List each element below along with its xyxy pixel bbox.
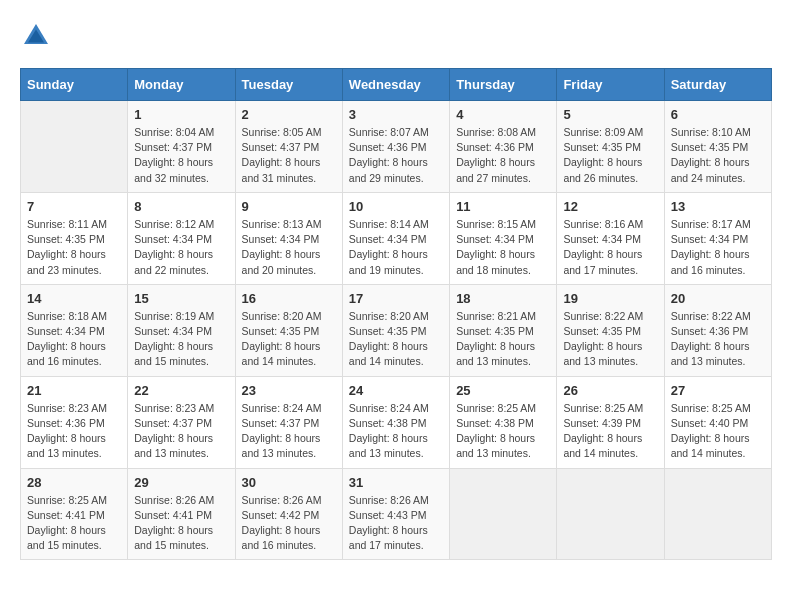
- calendar: SundayMondayTuesdayWednesdayThursdayFrid…: [20, 68, 772, 560]
- calendar-cell: 22Sunrise: 8:23 AMSunset: 4:37 PMDayligh…: [128, 376, 235, 468]
- day-info: Sunrise: 8:15 AMSunset: 4:34 PMDaylight:…: [456, 217, 550, 278]
- day-info: Sunrise: 8:04 AMSunset: 4:37 PMDaylight:…: [134, 125, 228, 186]
- weekday-header: Friday: [557, 69, 664, 101]
- day-number: 10: [349, 199, 443, 214]
- day-info: Sunrise: 8:26 AMSunset: 4:42 PMDaylight:…: [242, 493, 336, 554]
- day-info: Sunrise: 8:26 AMSunset: 4:43 PMDaylight:…: [349, 493, 443, 554]
- day-number: 30: [242, 475, 336, 490]
- calendar-cell: 26Sunrise: 8:25 AMSunset: 4:39 PMDayligh…: [557, 376, 664, 468]
- day-info: Sunrise: 8:22 AMSunset: 4:35 PMDaylight:…: [563, 309, 657, 370]
- calendar-cell: 29Sunrise: 8:26 AMSunset: 4:41 PMDayligh…: [128, 468, 235, 560]
- day-info: Sunrise: 8:23 AMSunset: 4:37 PMDaylight:…: [134, 401, 228, 462]
- day-number: 17: [349, 291, 443, 306]
- day-info: Sunrise: 8:11 AMSunset: 4:35 PMDaylight:…: [27, 217, 121, 278]
- day-info: Sunrise: 8:10 AMSunset: 4:35 PMDaylight:…: [671, 125, 765, 186]
- calendar-cell: 16Sunrise: 8:20 AMSunset: 4:35 PMDayligh…: [235, 284, 342, 376]
- calendar-week-row: 28Sunrise: 8:25 AMSunset: 4:41 PMDayligh…: [21, 468, 772, 560]
- calendar-cell: 5Sunrise: 8:09 AMSunset: 4:35 PMDaylight…: [557, 101, 664, 193]
- calendar-cell: 8Sunrise: 8:12 AMSunset: 4:34 PMDaylight…: [128, 192, 235, 284]
- logo: [20, 20, 56, 52]
- calendar-cell: [664, 468, 771, 560]
- weekday-header: Sunday: [21, 69, 128, 101]
- day-number: 14: [27, 291, 121, 306]
- calendar-cell: 18Sunrise: 8:21 AMSunset: 4:35 PMDayligh…: [450, 284, 557, 376]
- calendar-cell: 9Sunrise: 8:13 AMSunset: 4:34 PMDaylight…: [235, 192, 342, 284]
- calendar-cell: 1Sunrise: 8:04 AMSunset: 4:37 PMDaylight…: [128, 101, 235, 193]
- day-number: 21: [27, 383, 121, 398]
- day-info: Sunrise: 8:09 AMSunset: 4:35 PMDaylight:…: [563, 125, 657, 186]
- calendar-body: 1Sunrise: 8:04 AMSunset: 4:37 PMDaylight…: [21, 101, 772, 560]
- day-info: Sunrise: 8:25 AMSunset: 4:38 PMDaylight:…: [456, 401, 550, 462]
- calendar-cell: 20Sunrise: 8:22 AMSunset: 4:36 PMDayligh…: [664, 284, 771, 376]
- day-info: Sunrise: 8:05 AMSunset: 4:37 PMDaylight:…: [242, 125, 336, 186]
- day-info: Sunrise: 8:24 AMSunset: 4:38 PMDaylight:…: [349, 401, 443, 462]
- calendar-cell: 21Sunrise: 8:23 AMSunset: 4:36 PMDayligh…: [21, 376, 128, 468]
- day-info: Sunrise: 8:20 AMSunset: 4:35 PMDaylight:…: [349, 309, 443, 370]
- day-number: 6: [671, 107, 765, 122]
- day-info: Sunrise: 8:22 AMSunset: 4:36 PMDaylight:…: [671, 309, 765, 370]
- calendar-cell: 4Sunrise: 8:08 AMSunset: 4:36 PMDaylight…: [450, 101, 557, 193]
- weekday-header: Thursday: [450, 69, 557, 101]
- day-info: Sunrise: 8:24 AMSunset: 4:37 PMDaylight:…: [242, 401, 336, 462]
- day-number: 13: [671, 199, 765, 214]
- calendar-cell: [557, 468, 664, 560]
- day-number: 19: [563, 291, 657, 306]
- calendar-cell: 27Sunrise: 8:25 AMSunset: 4:40 PMDayligh…: [664, 376, 771, 468]
- calendar-header: SundayMondayTuesdayWednesdayThursdayFrid…: [21, 69, 772, 101]
- day-number: 28: [27, 475, 121, 490]
- calendar-cell: [450, 468, 557, 560]
- calendar-cell: 19Sunrise: 8:22 AMSunset: 4:35 PMDayligh…: [557, 284, 664, 376]
- calendar-cell: 11Sunrise: 8:15 AMSunset: 4:34 PMDayligh…: [450, 192, 557, 284]
- weekday-header: Wednesday: [342, 69, 449, 101]
- calendar-cell: 10Sunrise: 8:14 AMSunset: 4:34 PMDayligh…: [342, 192, 449, 284]
- day-info: Sunrise: 8:20 AMSunset: 4:35 PMDaylight:…: [242, 309, 336, 370]
- calendar-week-row: 7Sunrise: 8:11 AMSunset: 4:35 PMDaylight…: [21, 192, 772, 284]
- weekday-header: Monday: [128, 69, 235, 101]
- day-info: Sunrise: 8:16 AMSunset: 4:34 PMDaylight:…: [563, 217, 657, 278]
- day-number: 8: [134, 199, 228, 214]
- calendar-cell: 7Sunrise: 8:11 AMSunset: 4:35 PMDaylight…: [21, 192, 128, 284]
- logo-icon: [20, 20, 52, 52]
- day-info: Sunrise: 8:18 AMSunset: 4:34 PMDaylight:…: [27, 309, 121, 370]
- day-number: 15: [134, 291, 228, 306]
- day-info: Sunrise: 8:25 AMSunset: 4:41 PMDaylight:…: [27, 493, 121, 554]
- weekday-header: Saturday: [664, 69, 771, 101]
- day-number: 25: [456, 383, 550, 398]
- day-number: 24: [349, 383, 443, 398]
- day-number: 12: [563, 199, 657, 214]
- calendar-cell: 3Sunrise: 8:07 AMSunset: 4:36 PMDaylight…: [342, 101, 449, 193]
- day-number: 20: [671, 291, 765, 306]
- calendar-week-row: 1Sunrise: 8:04 AMSunset: 4:37 PMDaylight…: [21, 101, 772, 193]
- day-number: 23: [242, 383, 336, 398]
- weekday-header: Tuesday: [235, 69, 342, 101]
- day-info: Sunrise: 8:08 AMSunset: 4:36 PMDaylight:…: [456, 125, 550, 186]
- calendar-week-row: 21Sunrise: 8:23 AMSunset: 4:36 PMDayligh…: [21, 376, 772, 468]
- day-info: Sunrise: 8:25 AMSunset: 4:39 PMDaylight:…: [563, 401, 657, 462]
- day-info: Sunrise: 8:23 AMSunset: 4:36 PMDaylight:…: [27, 401, 121, 462]
- day-number: 7: [27, 199, 121, 214]
- day-info: Sunrise: 8:17 AMSunset: 4:34 PMDaylight:…: [671, 217, 765, 278]
- calendar-cell: 15Sunrise: 8:19 AMSunset: 4:34 PMDayligh…: [128, 284, 235, 376]
- page-header: [20, 20, 772, 52]
- calendar-cell: 13Sunrise: 8:17 AMSunset: 4:34 PMDayligh…: [664, 192, 771, 284]
- day-number: 22: [134, 383, 228, 398]
- calendar-cell: 2Sunrise: 8:05 AMSunset: 4:37 PMDaylight…: [235, 101, 342, 193]
- day-number: 11: [456, 199, 550, 214]
- day-number: 9: [242, 199, 336, 214]
- day-number: 1: [134, 107, 228, 122]
- day-number: 2: [242, 107, 336, 122]
- calendar-cell: 31Sunrise: 8:26 AMSunset: 4:43 PMDayligh…: [342, 468, 449, 560]
- day-info: Sunrise: 8:26 AMSunset: 4:41 PMDaylight:…: [134, 493, 228, 554]
- calendar-cell: 12Sunrise: 8:16 AMSunset: 4:34 PMDayligh…: [557, 192, 664, 284]
- calendar-cell: 24Sunrise: 8:24 AMSunset: 4:38 PMDayligh…: [342, 376, 449, 468]
- day-info: Sunrise: 8:25 AMSunset: 4:40 PMDaylight:…: [671, 401, 765, 462]
- calendar-cell: 6Sunrise: 8:10 AMSunset: 4:35 PMDaylight…: [664, 101, 771, 193]
- day-info: Sunrise: 8:13 AMSunset: 4:34 PMDaylight:…: [242, 217, 336, 278]
- calendar-cell: 25Sunrise: 8:25 AMSunset: 4:38 PMDayligh…: [450, 376, 557, 468]
- day-number: 18: [456, 291, 550, 306]
- calendar-cell: 14Sunrise: 8:18 AMSunset: 4:34 PMDayligh…: [21, 284, 128, 376]
- day-number: 29: [134, 475, 228, 490]
- day-number: 3: [349, 107, 443, 122]
- calendar-week-row: 14Sunrise: 8:18 AMSunset: 4:34 PMDayligh…: [21, 284, 772, 376]
- day-number: 31: [349, 475, 443, 490]
